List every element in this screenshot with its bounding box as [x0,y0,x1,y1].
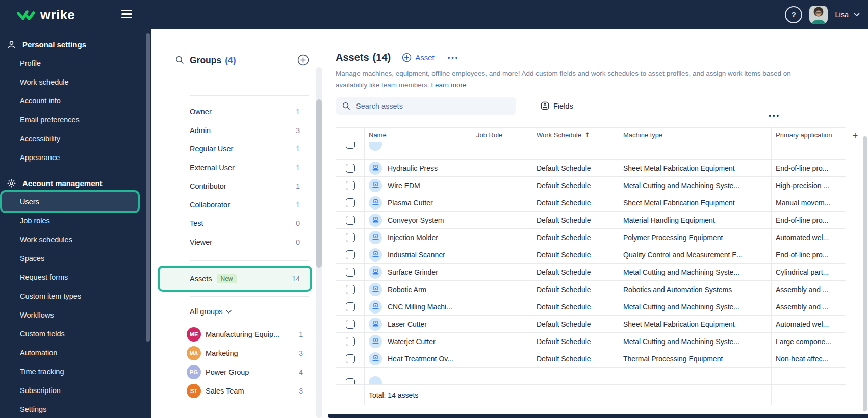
job-role-cell[interactable] [472,246,532,264]
column-header-machine-type[interactable]: Machine type [619,128,772,142]
job-role-cell[interactable] [472,212,532,229]
table-row[interactable]: Robotic Arm Default Schedule Robotics an… [336,281,846,298]
assets-group-item[interactable]: Assets New 14 [160,268,310,290]
table-row[interactable]: CNC Milling Machi... Default Schedule Me… [336,298,846,316]
add-column-icon[interactable]: + [848,129,862,142]
user-group-item[interactable]: PG Power Group 4 [187,362,303,381]
sidebar-item[interactable]: Appearance [0,148,151,167]
table-row[interactable]: Industrial Scanner Default Schedule Qual… [336,246,846,264]
primary-application-cell[interactable]: High-precision ... [772,177,846,194]
job-role-cell[interactable] [472,160,532,177]
sidebar-section-personal[interactable]: Personal settings [0,35,151,54]
role-group-item[interactable]: Owner 1 [190,102,300,121]
column-header-primary-application[interactable]: Primary application [772,128,846,142]
sidebar-item[interactable]: Accessibility [0,129,151,148]
role-group-item[interactable]: Contributor 1 [190,177,300,196]
work-schedule-cell[interactable]: Default Schedule [532,264,619,281]
job-role-cell[interactable] [472,298,532,316]
table-row-clipped-bottom[interactable] [336,368,846,385]
table-more-icon[interactable]: ••• [769,112,780,119]
role-group-item[interactable]: Collaborator 1 [190,196,300,215]
hamburger-menu-icon[interactable] [121,10,132,20]
job-role-cell[interactable] [472,194,532,212]
add-group-icon[interactable] [297,54,309,66]
fields-button[interactable]: Fields [541,101,573,110]
sidebar-item[interactable]: Email preferences [0,110,151,129]
sidebar-item[interactable]: Profile [0,54,151,72]
sidebar-item[interactable]: Account info [0,91,151,110]
table-row-clipped-top[interactable] [336,142,846,160]
user-group-item[interactable]: ME Manufacturing Equip... 1 [187,325,303,344]
primary-application-cell[interactable]: Assembly and ... [772,298,846,316]
row-checkbox[interactable] [346,268,355,277]
table-row[interactable]: Plasma Cutter Default Schedule Sheet Met… [336,194,846,212]
work-schedule-cell[interactable]: Default Schedule [532,229,619,246]
job-role-cell[interactable] [472,177,532,194]
machine-type-cell[interactable]: Quality Control and Measurement E... [619,246,772,264]
column-header-name[interactable]: Name [365,128,472,142]
machine-type-cell[interactable]: Metal Cutting and Machining Syste... [619,298,772,316]
help-icon[interactable]: ? [785,6,802,23]
row-checkbox[interactable] [346,337,355,346]
table-row[interactable]: Injection Molder Default Schedule Polyme… [336,229,846,246]
table-row[interactable]: Heat Treatment Ov... Default Schedule Th… [336,350,846,368]
work-schedule-cell[interactable]: Default Schedule [532,160,619,177]
row-checkbox[interactable] [346,378,355,385]
work-schedule-cell[interactable]: Default Schedule [532,298,619,316]
work-schedule-cell[interactable]: Default Schedule [532,194,619,212]
assets-searchbox[interactable] [336,97,516,115]
sidebar-item[interactable]: Spaces [0,249,151,268]
primary-application-cell[interactable]: End-of-line pro... [772,212,846,229]
job-role-cell[interactable] [472,281,532,298]
table-row[interactable]: Conveyor System Default Schedule Materia… [336,212,846,229]
user-group-item[interactable]: ST Sales Team 3 [187,381,303,400]
machine-type-cell[interactable]: Material Handling Equipment [619,212,772,229]
row-checkbox[interactable] [346,285,355,294]
table-horizontal-scrollbar[interactable] [328,414,868,418]
work-schedule-cell[interactable]: Default Schedule [532,333,619,350]
work-schedule-cell[interactable]: Default Schedule [532,350,619,368]
sidebar-item[interactable]: Custom item types [0,286,151,305]
work-schedule-cell[interactable]: Default Schedule [532,212,619,229]
machine-type-cell[interactable]: Metal Cutting and Machining Syste... [619,264,772,281]
machine-type-cell[interactable]: Sheet Metal Fabrication Equipment [619,316,772,333]
sidebar-section-account[interactable]: Account management [0,174,151,192]
chevron-down-icon[interactable] [854,13,860,17]
work-schedule-cell[interactable]: Default Schedule [532,177,619,194]
role-group-item[interactable]: Admin 3 [190,121,300,140]
work-schedule-cell[interactable]: Default Schedule [532,281,619,298]
machine-type-cell[interactable]: Metal Cutting and Machining Syste... [619,333,772,350]
machine-type-cell[interactable]: Metal Cutting and Machining Syste... [619,177,772,194]
sidebar-item[interactable]: Users [2,192,138,211]
table-row[interactable]: Hydraulic Press Default Schedule Sheet M… [336,160,846,177]
row-checkbox[interactable] [346,233,355,242]
more-actions-icon[interactable]: ••• [448,54,459,61]
job-role-cell[interactable] [472,333,532,350]
row-checkbox[interactable] [346,142,355,149]
work-schedule-cell[interactable]: Default Schedule [532,316,619,333]
wrike-logo[interactable]: wrike [17,7,75,23]
row-checkbox[interactable] [346,198,355,207]
sidebar-item[interactable]: Work schedule [0,72,151,91]
role-group-item[interactable]: External User 1 [190,159,300,177]
primary-application-cell[interactable]: Assembly and ... [772,281,846,298]
groups-scrollbar-thumb[interactable] [316,99,322,268]
sidebar-scrollbar[interactable] [146,33,150,342]
table-row[interactable]: Waterjet Cutter Default Schedule Metal C… [336,333,846,350]
row-checkbox[interactable] [346,164,355,173]
sidebar-item[interactable]: Job roles [0,211,151,230]
table-row[interactable]: Wire EDM Default Schedule Metal Cutting … [336,177,846,194]
sidebar-item[interactable]: Request forms [0,268,151,286]
primary-application-cell[interactable]: Non-heat affec... [772,350,846,368]
sidebar-item[interactable]: Work schedules [0,230,151,249]
all-groups-toggle[interactable]: All groups [190,304,326,319]
sidebar-item[interactable]: Automation [0,343,151,362]
table-row[interactable]: Laser Cutter Default Schedule Sheet Meta… [336,316,846,333]
sidebar-item[interactable]: Subscription [0,381,151,400]
machine-type-cell[interactable]: Sheet Metal Fabrication Equipment [619,160,772,177]
sidebar-item[interactable]: Time tracking [0,362,151,381]
job-role-cell[interactable] [472,350,532,368]
job-role-cell[interactable] [472,316,532,333]
sidebar-item[interactable]: Workflows [0,305,151,324]
machine-type-cell[interactable]: Robotics and Automation Systems [619,281,772,298]
